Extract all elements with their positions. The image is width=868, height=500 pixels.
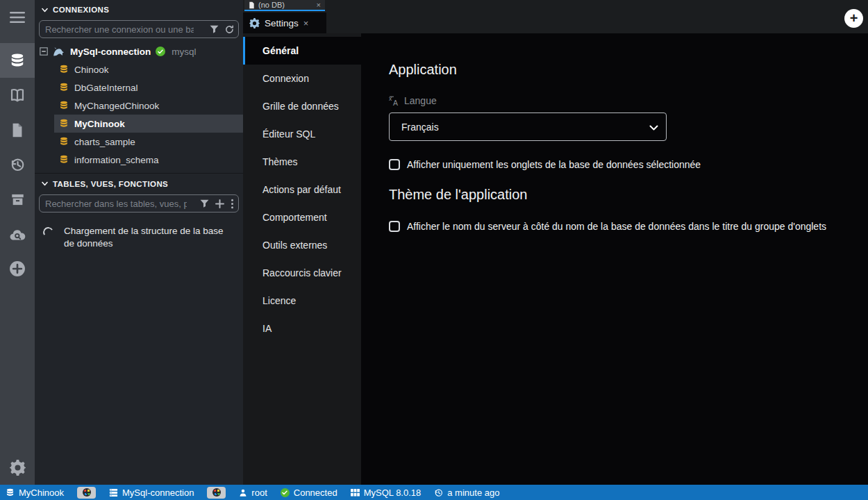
settings-nav-raccourcis[interactable]: Raccourcis clavier [243, 259, 361, 287]
language-select[interactable]: Français [389, 112, 667, 141]
database-name: Chinook [74, 65, 109, 75]
database-name: information_schema [74, 155, 159, 165]
statusbar-updated: a minute ago [434, 488, 499, 498]
database-icon [59, 65, 69, 74]
app-root: CONNEXIONS MySql-connection mysql Chinoo… [0, 0, 868, 500]
settings-nav-comportement[interactable]: Comportement [243, 203, 361, 231]
cloud-search-icon[interactable] [0, 217, 35, 251]
settings-nav-grille[interactable]: Grille de données [243, 92, 361, 120]
tab-strip: (no DB) × Settings × + [243, 0, 868, 33]
gear-tab-icon [249, 18, 260, 28]
settings-nav-connexion[interactable]: Connexion [243, 65, 361, 92]
settings-nav-actions-defaut[interactable]: Actions par défaut [243, 176, 361, 203]
connection-color-button[interactable] [207, 487, 226, 499]
connections-section-header[interactable]: CONNEXIONS [35, 0, 243, 18]
database-row-charts-sample[interactable]: charts_sample [54, 133, 243, 151]
database-row-chinook[interactable]: Chinook [54, 60, 243, 78]
tables-search-icons [200, 194, 234, 212]
show-only-selected-db-tabs-checkbox[interactable] [389, 159, 400, 170]
connections-search-input[interactable] [39, 20, 239, 38]
statusbar-version-label: MySQL 8.0.18 [364, 488, 422, 498]
statusbar-user-label: root [251, 488, 267, 498]
status-bar: MyChinook MySql-connection root Connecte… [0, 485, 868, 500]
show-server-name-label[interactable]: Afficher le nom du serveur à côté du nom… [407, 221, 826, 232]
tab-settings-active[interactable]: Settings × [243, 12, 326, 33]
statusbar-database[interactable]: MyChinook [6, 488, 64, 498]
database-row-dbgateinternal[interactable]: DbGateInternal [54, 78, 243, 97]
statusbar-updated-label: a minute ago [447, 488, 499, 498]
close-icon[interactable]: × [317, 1, 321, 9]
close-icon[interactable]: × [303, 19, 309, 28]
database-list: Chinook DbGateInternal MyChangedChinook … [35, 60, 243, 169]
settings-nav-editeur-sql[interactable]: Éditeur SQL [243, 120, 361, 148]
chevron-down-icon [42, 8, 48, 12]
language-label: Langue [404, 95, 437, 106]
history-icon[interactable] [0, 147, 35, 182]
collapse-icon[interactable] [40, 47, 48, 56]
statusbar-status: Connected [281, 488, 337, 498]
connection-row[interactable]: MySql-connection mysql [35, 42, 243, 60]
connected-status-icon [281, 488, 290, 497]
tab-group-no-db[interactable]: (no DB) × [244, 0, 325, 11]
add-connection-icon[interactable] [0, 251, 35, 286]
chevron-down-icon [42, 181, 48, 186]
add-icon[interactable] [215, 199, 224, 208]
tables-searchbox [39, 194, 239, 212]
archive-icon[interactable] [0, 182, 35, 217]
file-icon[interactable] [0, 112, 35, 147]
checkbox-row-server-name: Afficher le nom du serveur à côté du nom… [389, 221, 868, 232]
connection-name: MySql-connection [70, 47, 151, 57]
sidebar: CONNEXIONS MySql-connection mysql Chinoo… [35, 0, 243, 485]
statusbar-connection-label: MySql-connection [122, 488, 194, 498]
refresh-icon[interactable] [225, 25, 234, 34]
database-name: DbGateInternal [74, 83, 138, 93]
loading-text: Chargement de la structure de la base de… [64, 225, 225, 249]
clock-history-icon [434, 488, 443, 497]
iconbar-gap [0, 35, 35, 43]
database-row-information-schema[interactable]: information_schema [54, 151, 243, 169]
settings-nav-licence[interactable]: Licence [243, 287, 361, 315]
tab-settings-label: Settings [265, 18, 299, 28]
settings-nav-outils-externes[interactable]: Outils externes [243, 231, 361, 259]
settings-nav-ia[interactable]: IA [243, 315, 361, 342]
database-icon [6, 488, 15, 497]
settings-gear-icon[interactable] [0, 450, 35, 485]
hamburger-menu-icon[interactable] [0, 0, 35, 35]
database-row-mychangedchinook[interactable]: MyChangedChinook [54, 97, 243, 115]
show-only-selected-db-tabs-label[interactable]: Afficher uniquement les onglets de la ba… [407, 159, 701, 170]
theme-palette-icon [212, 488, 221, 497]
file-tab-icon [249, 1, 255, 9]
statusbar-status-label: Connected [294, 488, 337, 498]
show-server-name-checkbox[interactable] [389, 221, 400, 232]
settings-content: Application x A Langue Français [361, 33, 868, 485]
database-icon [59, 137, 69, 147]
database-name: MyChangedChinook [74, 101, 159, 111]
database-row-mychinook-selected[interactable]: MyChinook [54, 115, 243, 133]
connections-header-label: CONNEXIONS [53, 6, 109, 14]
settings-nav: Général Connexion Grille de données Édit… [243, 33, 361, 485]
translate-icon: x A [389, 96, 399, 106]
filter-icon[interactable] [210, 25, 219, 34]
user-icon [239, 488, 247, 497]
settings-nav-themes[interactable]: Thèmes [243, 148, 361, 176]
statusbar-database-label: MyChinook [19, 488, 64, 498]
kebab-menu-icon[interactable] [231, 199, 234, 209]
tables-section-header[interactable]: TABLES, VUES, FONCTIONS [35, 173, 243, 192]
theme-palette-icon [83, 488, 91, 497]
tab-group-label: (no DB) [258, 1, 313, 9]
svg-text:A: A [393, 99, 398, 106]
database-icon [59, 155, 69, 165]
main-area: (no DB) × Settings × + Général Connexion… [243, 0, 868, 485]
statusbar-user: root [239, 488, 267, 498]
filter-icon[interactable] [200, 199, 209, 208]
statusbar-connection[interactable]: MySql-connection [109, 488, 194, 498]
new-tab-button[interactable]: + [844, 9, 863, 28]
database-color-button[interactable] [77, 487, 96, 499]
book-icon[interactable] [0, 78, 35, 112]
tables-header-label: TABLES, VUES, FONCTIONS [53, 180, 168, 188]
database-nav-icon[interactable] [0, 43, 35, 78]
database-name: MyChinook [74, 119, 125, 129]
connected-check-icon [156, 47, 165, 56]
statusbar-version: MySQL 8.0.18 [351, 488, 422, 498]
settings-nav-general[interactable]: Général [243, 37, 361, 65]
